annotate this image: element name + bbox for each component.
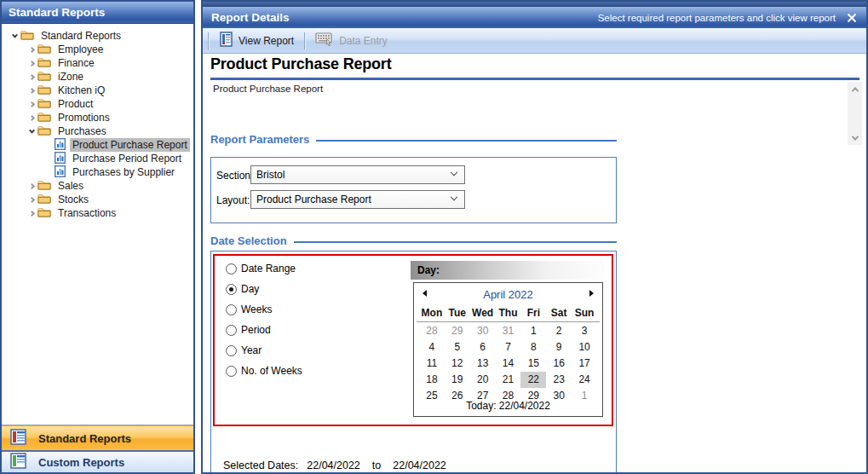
folder-icon [37, 124, 51, 138]
calendar-day[interactable]: 7 [496, 339, 521, 356]
calendar-day[interactable]: 10 [572, 339, 597, 356]
radio-option-label: Year [241, 344, 262, 356]
radio-option-day[interactable]: Day [226, 282, 259, 296]
tree-report-purchases-by-supplier[interactable]: Purchases by Supplier [2, 165, 193, 179]
layout-dropdown[interactable]: Product Purchase Report [250, 190, 465, 209]
tree-collapsed-chevron-icon[interactable] [26, 102, 37, 107]
calendar-day[interactable]: 11 [419, 356, 445, 372]
tree-folder-transactions[interactable]: Transactions [2, 206, 193, 220]
tree-collapsed-chevron-icon[interactable] [26, 61, 37, 66]
calendar-day[interactable]: 3 [572, 323, 597, 339]
view-report-button[interactable]: View Report [214, 30, 299, 52]
tree-expanded-chevron-icon[interactable] [9, 34, 20, 38]
calendar-day[interactable]: 30 [470, 323, 496, 339]
tree-report-product-purchase-report[interactable]: Product Purchase Report [2, 138, 193, 152]
weekday-label: Sat [546, 305, 572, 321]
title-rule [210, 78, 859, 80]
section-dropdown[interactable]: Bristol [250, 165, 465, 184]
tree-folder-kitchen-iq[interactable]: Kitchen iQ [2, 84, 193, 97]
tree-folder-purchases[interactable]: Purchases [2, 124, 193, 138]
calendar-day[interactable]: 6 [470, 339, 496, 356]
calendar-panel-label: Day: [417, 264, 440, 276]
calendar-day[interactable]: 29 [445, 323, 470, 339]
nav-button-standard-reports[interactable]: Standard Reports [2, 425, 193, 450]
calendar-day[interactable]: 20 [470, 372, 496, 388]
radio-option-label: Date Range [241, 263, 296, 275]
tree-folder-stocks[interactable]: Stocks [2, 193, 193, 206]
page-title: Product Purchase Report [210, 55, 391, 73]
panel-hint: Select required report parameters and cl… [598, 13, 844, 23]
scroll-down-icon[interactable] [848, 130, 862, 145]
chevron-down-icon [451, 169, 457, 176]
bar-chart-report-icon [55, 165, 66, 180]
radio-option-year[interactable]: Year [226, 344, 262, 357]
calendar-day[interactable]: 28 [419, 323, 445, 339]
calendar-day[interactable]: 5 [445, 339, 470, 356]
data-entry-button[interactable]: Data Entry [310, 30, 393, 52]
tree-folder-promotions[interactable]: Promotions [2, 111, 193, 124]
layout-label: Layout: [216, 194, 250, 206]
calendar-day[interactable]: 18 [419, 372, 445, 388]
tree-folder-sales[interactable]: Sales [2, 179, 193, 193]
radio-selected-icon[interactable] [226, 284, 237, 295]
radio-icon[interactable] [226, 325, 237, 336]
calendar-day[interactable]: 9 [546, 339, 572, 356]
tree-collapsed-chevron-icon[interactable] [26, 89, 37, 93]
calendar-day[interactable]: 21 [496, 372, 521, 388]
radio-option-no-of-weeks[interactable]: No. of Weeks [226, 364, 302, 378]
tree-folder-standard-reports[interactable]: Standard Reports [2, 29, 193, 43]
chevron-down-icon [451, 194, 457, 200]
tree-expanded-chevron-icon[interactable] [26, 130, 37, 134]
calendar-grid: 2829303112345678910111213141516171819202… [414, 322, 602, 404]
previous-month-icon[interactable] [423, 290, 427, 297]
tree-collapsed-chevron-icon[interactable] [26, 184, 37, 188]
tree-collapsed-chevron-icon[interactable] [26, 116, 37, 120]
tree-collapsed-chevron-icon[interactable] [26, 198, 37, 202]
calendar-day[interactable]: 24 [572, 372, 597, 388]
close-icon[interactable] [844, 10, 859, 26]
calendar-day[interactable]: 31 [496, 323, 521, 339]
calendar-day[interactable]: 17 [572, 356, 597, 372]
calendar-day[interactable]: 13 [470, 356, 496, 372]
folder-icon [37, 97, 51, 111]
tree-report-purchase-period-report[interactable]: Purchase Period Report [2, 152, 193, 165]
tree-folder-product[interactable]: Product [2, 97, 193, 111]
calendar-day[interactable]: 1 [520, 323, 546, 339]
calendar-day[interactable]: 15 [520, 356, 546, 372]
tree-folder-employee[interactable]: Employee [2, 43, 193, 56]
radio-option-weeks[interactable]: Weeks [226, 303, 272, 316]
next-month-icon[interactable] [589, 290, 594, 297]
folder-icon [37, 193, 51, 206]
radio-option-period[interactable]: Period [226, 323, 271, 337]
tree-collapsed-chevron-icon[interactable] [26, 48, 37, 52]
calendar-day[interactable]: 8 [520, 339, 546, 356]
section-label: Section: [216, 170, 253, 182]
calendar-day[interactable]: 19 [445, 372, 470, 388]
tree-folder-finance[interactable]: Finance [2, 56, 193, 70]
calendar-day[interactable]: 4 [419, 339, 445, 356]
radio-icon[interactable] [226, 263, 237, 275]
calendar-day[interactable]: 16 [546, 356, 572, 372]
nav-button-custom-reports[interactable]: Custom Reports [2, 450, 193, 472]
description-scrollbar[interactable] [848, 82, 862, 145]
tree-collapsed-chevron-icon[interactable] [26, 211, 37, 216]
radio-icon[interactable] [226, 366, 237, 377]
calendar-day[interactable]: 23 [546, 372, 572, 388]
calendar-today-label[interactable]: Today: 22/04/2022 [414, 400, 602, 412]
heading-rule [294, 241, 617, 243]
calendar-day[interactable]: 14 [496, 356, 521, 372]
radio-icon[interactable] [226, 345, 237, 356]
app-window: Standard Reports Standard ReportsEmploye… [0, 0, 868, 474]
report-details-header: Report Details Select required report pa… [203, 7, 866, 28]
radio-option-label: Weeks [241, 303, 272, 315]
radio-icon[interactable] [226, 304, 237, 315]
tree-collapsed-chevron-icon[interactable] [26, 75, 37, 79]
tree-folder-izone[interactable]: iZone [2, 70, 193, 84]
calendar-nav: April 2022 [414, 283, 602, 305]
radio-option-date-range[interactable]: Date Range [226, 262, 296, 275]
calendar-day[interactable]: 2 [546, 323, 572, 339]
scroll-up-icon[interactable] [848, 82, 862, 96]
tree-item-label: Promotions [55, 111, 112, 124]
calendar-day-selected[interactable]: 22 [520, 372, 546, 388]
calendar-day[interactable]: 12 [445, 356, 470, 372]
